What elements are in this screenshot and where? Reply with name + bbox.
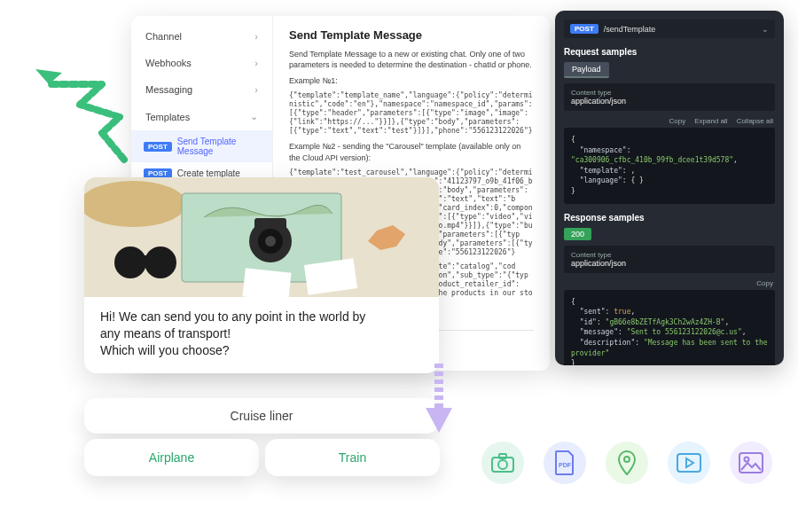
- svg-point-4: [249, 220, 292, 262]
- subnav-label: Send Template Message: [177, 137, 260, 156]
- doc-ex1-code: {"template":"template_name","language":{…: [289, 91, 534, 136]
- svg-rect-16: [499, 454, 506, 458]
- svg-point-8: [114, 246, 146, 278]
- choice-train[interactable]: Train: [265, 439, 440, 476]
- svg-point-18: [624, 457, 630, 462]
- image-icon[interactable]: [730, 442, 772, 484]
- svg-rect-20: [739, 453, 763, 473]
- nav-webhooks[interactable]: Webhooks ›: [131, 50, 272, 76]
- nav-label: Templates: [145, 112, 190, 122]
- video-icon[interactable]: [668, 442, 710, 484]
- doc-ex2-label: Example №2 - sending the "Carousel" temp…: [289, 141, 534, 162]
- chat-text-line: Which will you choose?: [100, 342, 423, 359]
- decorative-arrow-purple: [424, 364, 454, 434]
- svg-rect-10: [130, 255, 160, 262]
- post-badge: POST: [144, 142, 172, 152]
- json-actions: Copy Expand all Collapse all: [564, 114, 775, 128]
- content-type-value: application/json: [571, 97, 768, 106]
- nav-label: Channel: [145, 31, 182, 42]
- chevron-right-icon: ›: [254, 58, 258, 68]
- svg-point-1: [84, 181, 186, 227]
- chat-image: [84, 177, 439, 297]
- svg-rect-11: [304, 258, 357, 294]
- camera-icon[interactable]: [481, 442, 524, 484]
- endpoint-row[interactable]: POST /sendTemplate ⌄: [564, 20, 775, 38]
- response-samples-title: Response samples: [564, 213, 775, 223]
- chevron-right-icon: ›: [254, 84, 258, 95]
- request-json: { "namespace": "ca300906_cfbc_410b_99fb_…: [564, 128, 775, 204]
- doc-title: Send Template Message: [289, 28, 534, 42]
- pdf-icon[interactable]: PDF: [544, 442, 586, 484]
- json-actions: Copy: [564, 277, 775, 290]
- endpoint-path: /sendTemplate: [604, 25, 656, 34]
- chat-body: Hi! We can send you to any point in the …: [84, 297, 439, 373]
- request-samples-title: Request samples: [564, 47, 775, 57]
- svg-rect-12: [242, 268, 291, 297]
- nav-label: Webhooks: [145, 58, 192, 68]
- svg-text:PDF: PDF: [559, 462, 572, 468]
- media-icon-row: PDF: [481, 442, 772, 484]
- nav-templates[interactable]: Templates ⌄: [131, 103, 272, 130]
- doc-ex1-label: Example №1:: [289, 75, 534, 86]
- choice-airplane[interactable]: Airplane: [84, 439, 259, 476]
- nav-label: Messaging: [145, 84, 192, 95]
- svg-point-15: [498, 460, 507, 469]
- chevron-right-icon: ›: [254, 31, 258, 42]
- svg-point-6: [265, 236, 276, 246]
- copy-action[interactable]: Copy: [669, 117, 686, 125]
- choice-label: Cruise liner: [231, 409, 293, 423]
- choice-label: Train: [339, 450, 366, 465]
- decorative-arrow-green: [18, 62, 133, 168]
- svg-rect-0: [84, 177, 439, 297]
- svg-point-9: [145, 246, 176, 278]
- content-type-value: application/json: [571, 259, 768, 268]
- expand-action[interactable]: Expand all: [694, 117, 727, 125]
- svg-rect-7: [254, 218, 286, 229]
- nav-channel[interactable]: Channel ›: [131, 23, 272, 50]
- subnav-send-template[interactable]: POST Send Template Message: [131, 130, 272, 162]
- post-badge: POST: [570, 24, 598, 34]
- chevron-down-icon: ⌄: [250, 111, 258, 122]
- svg-rect-3: [182, 193, 341, 282]
- chat-text-line: Hi! We can send you to any point in the …: [100, 309, 423, 325]
- choice-cruise-liner[interactable]: Cruise liner: [84, 398, 439, 434]
- payload-tab[interactable]: Payload: [564, 62, 609, 78]
- svg-point-5: [258, 229, 283, 254]
- svg-rect-2: [182, 193, 341, 282]
- content-type-box: Content type application/json: [564, 83, 775, 111]
- choice-label: Airplane: [149, 450, 194, 465]
- response-json: { "sent": true, "id": "gB66e8bZETfAgk3Ch…: [564, 290, 775, 365]
- api-panel: POST /sendTemplate ⌄ Request samples Pay…: [555, 11, 784, 365]
- chat-card: Hi! We can send you to any point in the …: [84, 177, 439, 373]
- svg-point-21: [745, 458, 749, 462]
- chat-text-line: any means of transport!: [100, 325, 423, 342]
- chevron-down-icon: ⌄: [762, 25, 769, 34]
- travel-image-svg: [84, 177, 439, 297]
- content-type-label: Content type: [571, 251, 768, 259]
- content-type-box: Content type application/json: [564, 246, 775, 273]
- content-type-label: Content type: [571, 89, 768, 97]
- location-icon[interactable]: [606, 442, 648, 484]
- nav-messaging[interactable]: Messaging ›: [131, 76, 272, 103]
- collapse-action[interactable]: Collapse all: [737, 117, 773, 125]
- status-200[interactable]: 200: [564, 228, 591, 240]
- copy-action[interactable]: Copy: [756, 279, 773, 287]
- doc-intro: Send Template Message to a new or existi…: [289, 49, 534, 70]
- svg-rect-19: [677, 454, 700, 472]
